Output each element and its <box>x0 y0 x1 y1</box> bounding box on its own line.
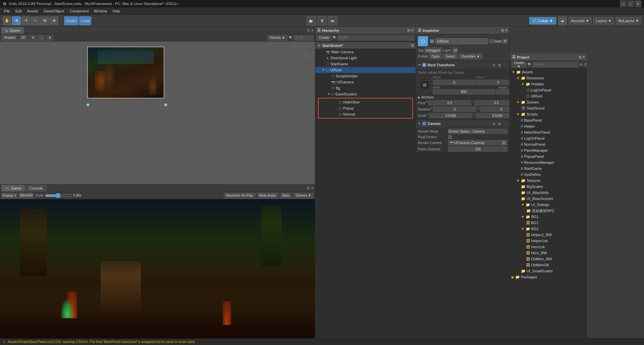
proj-bg2-folder[interactable]: ▼ 📁 BG2 <box>510 226 587 232</box>
proj-panelmanager[interactable]: #PanelManager <box>510 147 587 153</box>
hierarchy-item-directional-light[interactable]: ☀ Directional Light <box>315 55 416 61</box>
proj-assets[interactable]: ▼ 📁 Assets <box>510 69 587 75</box>
menu-edit[interactable]: Edit <box>13 8 24 14</box>
transform-tool[interactable]: ⊕ <box>50 16 58 25</box>
project-panel-menu[interactable]: ⊟ ✕ <box>579 55 585 59</box>
pause-button[interactable]: ⏸ <box>317 16 327 25</box>
project-settings-btn[interactable]: ⚙ <box>580 62 583 67</box>
plane-distance-input[interactable] <box>448 146 507 152</box>
shading-dropdown[interactable]: Shaded <box>1 35 17 41</box>
hand-tool[interactable]: ✋ <box>3 16 11 25</box>
hierarchy-item-startgame[interactable]: ⬡ StartGame <box>315 61 416 67</box>
rot-y-input[interactable] <box>480 107 509 112</box>
proj-textures[interactable]: ▼ 📁 Textures <box>510 178 587 184</box>
proj-uiroot-prefab[interactable]: ⬡ UIRoot <box>510 93 587 99</box>
canvas-component-header[interactable]: ▼ Canvas ⚙ ⊞ ⋮ <box>416 120 509 127</box>
layers-dropdown[interactable]: Layers ▼ <box>593 17 614 24</box>
rt-settings-btn[interactable]: ⚙ <box>491 63 496 67</box>
proj-ui-attackinfo[interactable]: 📁UI_AttackInfo <box>510 190 587 196</box>
proj-scripts[interactable]: ▼ 📁 Scripts <box>510 111 587 117</box>
object-name-input[interactable] <box>435 38 488 44</box>
prefab-select[interactable]: Select <box>443 54 458 59</box>
lighting-button[interactable]: ☀ <box>29 35 37 41</box>
proj-bg1-folder[interactable]: ▼ 📁 BG1 <box>510 214 587 220</box>
rect-transform-header[interactable]: ▼ ⊞ Rect Transform ⚙ ⊞ ⋮ <box>416 61 509 69</box>
maximize-on-play[interactable]: Maximize On Play <box>224 193 256 199</box>
project-search-input[interactable] <box>532 62 578 67</box>
minimize-button[interactable]: — <box>620 0 627 7</box>
proj-ui-smallscales[interactable]: 📁UI_SmallScales <box>510 268 587 274</box>
hierarchy-item-eventsystem[interactable]: ▼ ⬡ EventSystem <box>315 91 416 97</box>
prefab-overrides[interactable]: Overrides ▼ <box>459 54 482 59</box>
display-select[interactable]: Display 1 <box>1 193 17 199</box>
menu-assets[interactable]: Assets <box>24 8 41 14</box>
2d-button[interactable]: 2D <box>19 35 28 41</box>
proj-bg1-tex[interactable]: 🖼BG1 <box>510 220 587 226</box>
game-gizmos[interactable]: Gizmos ▼ <box>293 193 314 199</box>
hierarchy-item-normal[interactable]: ⬡ Normal <box>319 111 412 117</box>
collab-button[interactable]: 🔗 Collab ▼ <box>529 17 556 24</box>
proj-sysdefine[interactable]: #SysDefine <box>510 171 587 178</box>
proj-ui-basescenes[interactable]: 📁UI_BaseScenes <box>510 196 587 202</box>
layer-select[interactable]: UI <box>452 48 458 53</box>
hierarchy-item-popup[interactable]: ⬡ Popup <box>319 105 412 111</box>
mute-audio[interactable]: Mute Audio <box>257 193 278 199</box>
hierarchy-item-main-camera[interactable]: 📷 Main Camera <box>315 49 416 55</box>
canvas-grid-btn[interactable]: ⊞ <box>497 121 502 126</box>
rt-menu-btn[interactable]: ⋮ <box>503 63 507 67</box>
prefab-open[interactable]: Open <box>429 54 442 59</box>
hierarchy-panel-menu[interactable]: ⊟ ✕ <box>407 28 414 32</box>
scene-tab[interactable]: ◉ Scene <box>1 27 24 34</box>
proj-oldmenbw[interactable]: 🖼OldMen_BW <box>510 256 587 262</box>
menu-component[interactable]: Component <box>67 8 91 14</box>
width-input[interactable] <box>433 89 495 94</box>
step-button[interactable]: ⏭ <box>328 16 337 25</box>
game-tab[interactable]: 🎮 Game <box>1 185 25 192</box>
proj-resources[interactable]: ▼ 📁 Resources <box>510 75 587 81</box>
scale-slider[interactable] <box>45 193 72 198</box>
pivot-y-input[interactable] <box>475 100 509 106</box>
account-dropdown[interactable]: Account ▼ <box>569 17 592 24</box>
hierarchy-item-hideother[interactable]: ⬡ HideOther <box>319 99 412 105</box>
hierarchy-search-input[interactable] <box>337 35 414 41</box>
canvas-settings-btn[interactable]: ⚙ <box>491 121 496 126</box>
proj-ui-dialogs[interactable]: ▼ 📁 UI_Dialogs <box>510 202 587 208</box>
proj-prefabs[interactable]: ▼ 📁 Prefabs <box>510 81 587 87</box>
proj-startgame-cs[interactable]: #StartGame <box>510 165 587 171</box>
menu-help[interactable]: Help <box>110 8 123 14</box>
proj-normalpanel[interactable]: #NormalPanel <box>510 141 587 147</box>
proj-popuppanel[interactable]: #PopupPanel <box>510 153 587 159</box>
scale-x-input[interactable] <box>429 113 472 118</box>
canvas-checkbox[interactable] <box>422 122 426 126</box>
proj-startscene[interactable]: 🎬 StartScene <box>510 105 587 111</box>
scene-handle-left[interactable] <box>87 104 89 106</box>
scale-y-input[interactable] <box>476 113 509 118</box>
hierarchy-create[interactable]: Create <box>317 35 331 41</box>
proj-helper[interactable]: #Helper <box>510 123 587 129</box>
scene-search-input[interactable] <box>293 35 314 41</box>
proj-helper1bw[interactable]: 🖼Helper1_BW <box>510 232 587 238</box>
rect-tool[interactable]: ⊞ <box>40 16 49 25</box>
move-tool[interactable]: ✥ <box>12 16 21 25</box>
proj-hideotherpanel[interactable]: #HideOtherPanel <box>510 129 587 135</box>
proj-resourcemanager[interactable]: #ResourceManager <box>510 159 587 165</box>
render-camera-picker[interactable]: ◎ <box>501 140 506 145</box>
gizmos-button[interactable]: Gizmos ▼ <box>267 35 287 41</box>
play-button[interactable]: ▶ <box>307 16 316 25</box>
layout-dropdown[interactable]: MyLayout ▼ <box>616 17 641 24</box>
hierarchy-item-uicamera[interactable]: 📷 UICamera <box>315 79 416 85</box>
pos-y-input[interactable] <box>477 80 509 85</box>
tag-select[interactable]: Untagged <box>425 48 441 53</box>
canvas-menu-btn[interactable]: ⋮ <box>503 121 507 126</box>
inspector-panel-menu[interactable]: ⊟ ✕ <box>501 28 507 32</box>
menu-window[interactable]: Window <box>91 8 110 14</box>
local-button[interactable]: Local <box>79 16 91 25</box>
menu-gameobject[interactable]: GameObject <box>41 8 67 14</box>
proj-logonpanel-cs[interactable]: #LogOnPanel <box>510 135 587 141</box>
console-tab[interactable]: Console <box>25 185 46 192</box>
stats-button[interactable]: Stats <box>280 193 292 199</box>
maximize-button[interactable]: □ <box>627 0 634 7</box>
proj-npc-folder[interactable]: 📁原始素材NPC <box>510 208 587 214</box>
rt-grid-btn[interactable]: ⊞ <box>497 63 502 67</box>
rot-x-input[interactable] <box>433 107 476 112</box>
